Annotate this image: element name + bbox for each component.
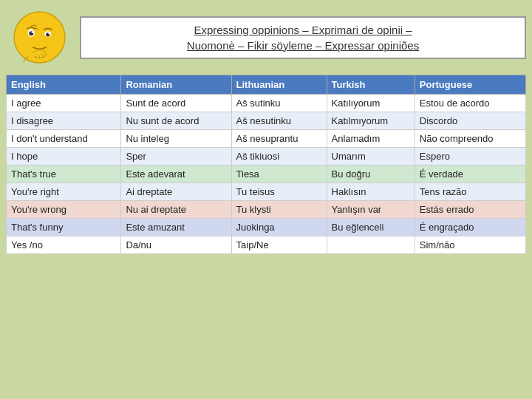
table-cell: Da/nu bbox=[121, 236, 231, 254]
page-wrapper: Expressing oppinions – Exprimari de opin… bbox=[0, 0, 532, 399]
table-cell: Sim/não bbox=[415, 236, 525, 254]
table-row: I don't understandNu intelegAš nesuprant… bbox=[7, 130, 526, 148]
table-cell: I agree bbox=[7, 95, 121, 112]
table-cell: Aš tikiuosi bbox=[231, 148, 327, 166]
emoji-container bbox=[6, 6, 72, 69]
table-cell: Este adevarat bbox=[121, 166, 231, 183]
table-row: That's funnyEste amuzantJuokingaBu eğlen… bbox=[7, 219, 526, 236]
table-cell bbox=[327, 236, 415, 254]
table-cell: You're wrong bbox=[7, 201, 121, 219]
column-header-turkish: Turkish bbox=[327, 75, 415, 95]
table-cell: Tu teisus bbox=[231, 183, 327, 201]
table-container: EnglishRomanianLithuanianTurkishPortugue… bbox=[6, 75, 526, 393]
column-header-romanian: Romanian bbox=[121, 75, 231, 95]
table-cell: Aš nesuprantu bbox=[231, 130, 327, 148]
table-cell: Estás errado bbox=[415, 201, 525, 219]
table-cell: I don't understand bbox=[7, 130, 121, 148]
table-cell: Bu eğlenceli bbox=[327, 219, 415, 236]
svg-point-6 bbox=[48, 33, 50, 34]
translations-table: EnglishRomanianLithuanianTurkishPortugue… bbox=[6, 75, 526, 254]
table-cell: Nu inteleg bbox=[121, 130, 231, 148]
table-cell: Yanlışın var bbox=[327, 201, 415, 219]
table-cell: Katılmıyorum bbox=[327, 112, 415, 130]
table-row: I agreeSunt de acordAš sutinkuKatılıyoru… bbox=[7, 95, 526, 112]
table-row: I hopeSperAš tikiuosiUmarımEspero bbox=[7, 148, 526, 166]
svg-point-3 bbox=[31, 32, 33, 33]
table-cell: Taip/Ne bbox=[231, 236, 327, 254]
table-cell: Tiesa bbox=[231, 166, 327, 183]
table-row: I disagreeNu sunt de acordAš nesutinkuKa… bbox=[7, 112, 526, 130]
table-cell: Nu ai dreptate bbox=[121, 201, 231, 219]
table-cell: I hope bbox=[7, 148, 121, 166]
table-cell: Sunt de acord bbox=[121, 95, 231, 112]
table-cell: Haklısın bbox=[327, 183, 415, 201]
table-row: You're rightAi dreptateTu teisusHaklısın… bbox=[7, 183, 526, 201]
table-cell: Katılıyorum bbox=[327, 95, 415, 112]
table-cell: Aš sutinku bbox=[231, 95, 327, 112]
table-cell: Bu doğru bbox=[327, 166, 415, 183]
table-cell: Não compreendo bbox=[415, 130, 525, 148]
column-header-portuguese: Portuguese bbox=[415, 75, 525, 95]
table-row: Yes /noDa/nuTaip/NeSim/não bbox=[7, 236, 526, 254]
table-cell: É verdade bbox=[415, 166, 525, 183]
table-cell: Ai dreptate bbox=[121, 183, 231, 201]
title-line2: Nuomonė – Fikir söyleme – Expressar opin… bbox=[187, 39, 419, 52]
table-cell: Umarım bbox=[327, 148, 415, 166]
table-cell: Tens razão bbox=[415, 183, 525, 201]
table-cell: Tu klysti bbox=[231, 201, 327, 219]
header: Expressing oppinions – Exprimari de opin… bbox=[6, 6, 526, 69]
table-row: You're wrongNu ai dreptateTu klystiYanlı… bbox=[7, 201, 526, 219]
table-cell: Espero bbox=[415, 148, 525, 166]
emoji-icon bbox=[12, 10, 67, 65]
table-cell: É engraçado bbox=[415, 219, 525, 236]
table-cell: Nu sunt de acord bbox=[121, 112, 231, 130]
column-header-english: English bbox=[7, 75, 121, 95]
table-cell: You're right bbox=[7, 183, 121, 201]
title-text: Expressing oppinions – Exprimari de opin… bbox=[89, 22, 517, 53]
table-cell: That's true bbox=[7, 166, 121, 183]
table-cell: Juokinga bbox=[231, 219, 327, 236]
table-header-row: EnglishRomanianLithuanianTurkishPortugue… bbox=[7, 75, 526, 95]
table-cell: Aš nesutinku bbox=[231, 112, 327, 130]
title-line1: Expressing oppinions – Exprimari de opin… bbox=[194, 24, 412, 36]
table-cell: Este amuzant bbox=[121, 219, 231, 236]
column-header-lithuanian: Lithuanian bbox=[231, 75, 327, 95]
table-cell: Discordo bbox=[415, 112, 525, 130]
table-cell: Sper bbox=[121, 148, 231, 166]
table-cell: Anlamadım bbox=[327, 130, 415, 148]
title-box: Expressing oppinions – Exprimari de opin… bbox=[80, 16, 526, 59]
table-cell: Estou de acordo bbox=[415, 95, 525, 112]
table-cell: Yes /no bbox=[7, 236, 121, 254]
table-cell: I disagree bbox=[7, 112, 121, 130]
table-cell: That's funny bbox=[7, 219, 121, 236]
table-row: That's trueEste adevaratTiesaBu doğruÉ v… bbox=[7, 166, 526, 183]
